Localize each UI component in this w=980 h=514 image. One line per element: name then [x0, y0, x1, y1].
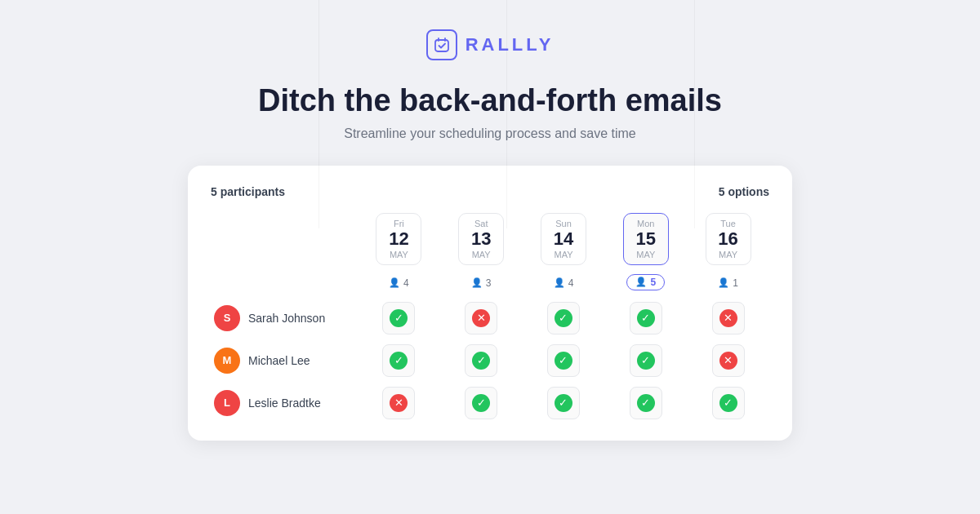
x-icon: ✕: [472, 309, 490, 327]
count-badge-mon: 👤 5: [626, 274, 665, 290]
num-mon: 15: [636, 230, 656, 248]
hero-subtitle: Streamline your scheduling process and s…: [344, 126, 636, 141]
month-tue: MAY: [719, 250, 737, 259]
check-icon: ✓: [390, 309, 408, 327]
count-sun: 👤 4: [523, 265, 605, 297]
x-icon: ✕: [719, 309, 737, 327]
vote-michael-sun: ✓: [523, 339, 605, 382]
num-tue: 16: [718, 230, 737, 248]
vote-box: ✓: [630, 302, 662, 335]
avatar-leslie: L: [214, 390, 240, 416]
check-icon: ✓: [555, 309, 572, 327]
vote-box: ✓: [465, 387, 497, 419]
table-row: L Leslie Bradtke ✕ ✓: [211, 382, 769, 424]
schedule-table: Fri 12 MAY Sat 13 MAY: [211, 213, 769, 424]
date-header-row: Fri 12 MAY Sat 13 MAY: [211, 213, 769, 265]
participants-label: 5 participants: [211, 185, 285, 198]
vote-box: ✓: [630, 344, 662, 377]
avatar-michael: M: [214, 348, 240, 374]
check-icon: ✓: [472, 352, 490, 370]
vote-sarah-fri: ✓: [358, 297, 440, 339]
vote-sarah-sun: ✓: [523, 297, 605, 339]
person-info-sarah: S Sarah Johnson: [214, 305, 354, 331]
name-sarah: Sarah Johnson: [248, 312, 325, 325]
check-icon: ✓: [637, 309, 655, 327]
logo-area: RALLLY: [426, 29, 555, 60]
count-fri: 👤 4: [358, 265, 440, 297]
scheduling-card: 5 participants 5 options Fri 12 MAY: [188, 166, 792, 441]
person-info-leslie: L Leslie Bradtke: [214, 390, 354, 416]
x-icon: ✕: [390, 394, 408, 412]
person-icon-fri: 👤: [389, 277, 400, 288]
vote-michael-fri: ✓: [358, 339, 440, 382]
vote-box: ✕: [712, 302, 745, 335]
vote-michael-mon: ✓: [604, 339, 687, 382]
check-icon: ✓: [555, 352, 572, 370]
date-box-mon: Mon 15 MAY: [623, 213, 669, 265]
name-michael: Michael Lee: [248, 354, 310, 367]
check-icon: ✓: [637, 394, 655, 412]
date-box-sat: Sat 13 MAY: [458, 213, 504, 265]
vote-michael-sat: ✓: [440, 339, 523, 382]
count-row: 👤 4 👤 3 👤 4: [211, 265, 769, 297]
person-cell-sarah: S Sarah Johnson: [211, 297, 358, 339]
count-tue: 👤 1: [687, 265, 769, 297]
check-icon: ✓: [719, 394, 737, 412]
logo-text: RALLLY: [466, 34, 555, 55]
count-badge-tue: 👤 1: [718, 277, 738, 289]
day-mon: Mon: [637, 219, 654, 228]
vote-box: ✓: [630, 387, 662, 419]
day-fri: Fri: [394, 219, 404, 228]
vote-box: ✓: [547, 387, 580, 419]
vote-leslie-tue: ✓: [687, 382, 769, 424]
num-sun: 14: [554, 230, 573, 248]
vote-box: ✓: [382, 302, 415, 335]
person-icon-sun: 👤: [554, 277, 565, 288]
num-fri: 12: [389, 230, 408, 248]
count-badge-sun: 👤 4: [554, 277, 574, 289]
person-info-michael: M Michael Lee: [214, 348, 354, 374]
check-icon: ✓: [637, 352, 655, 370]
table-row: S Sarah Johnson ✓ ✕: [211, 297, 769, 339]
svg-rect-0: [435, 40, 448, 51]
date-box-sun: Sun 14 MAY: [541, 213, 586, 265]
date-col-sat: Sat 13 MAY: [440, 213, 523, 265]
date-col-sun: Sun 14 MAY: [523, 213, 605, 265]
check-icon: ✓: [472, 394, 490, 412]
vote-box: ✓: [382, 344, 415, 377]
person-icon-sat: 👤: [471, 277, 483, 288]
day-sat: Sat: [474, 219, 488, 228]
person-cell-michael: M Michael Lee: [211, 339, 358, 382]
date-box-fri: Fri 12 MAY: [376, 213, 421, 265]
options-label: 5 options: [719, 185, 769, 198]
vote-leslie-sat: ✓: [440, 382, 523, 424]
count-sat: 👤 3: [440, 265, 523, 297]
vote-leslie-sun: ✓: [523, 382, 605, 424]
logo-icon: [426, 29, 457, 60]
name-leslie: Leslie Bradtke: [248, 397, 321, 410]
person-cell-leslie: L Leslie Bradtke: [211, 382, 358, 424]
month-mon: MAY: [636, 250, 655, 259]
day-sun: Sun: [555, 219, 572, 228]
date-box-tue: Tue 16 MAY: [706, 213, 751, 265]
month-sat: MAY: [472, 250, 491, 259]
vote-box: ✕: [382, 387, 415, 419]
vote-sarah-tue: ✕: [687, 297, 769, 339]
date-col-mon: Mon 15 MAY: [604, 213, 687, 265]
person-icon-tue: 👤: [718, 277, 729, 288]
vote-box: ✓: [547, 302, 580, 335]
date-col-fri: Fri 12 MAY: [358, 213, 440, 265]
vote-leslie-fri: ✕: [358, 382, 440, 424]
count-badge-fri: 👤 4: [389, 277, 409, 289]
num-sat: 13: [471, 230, 491, 248]
vote-leslie-mon: ✓: [604, 382, 687, 424]
check-icon: ✓: [555, 394, 572, 412]
table-row: M Michael Lee ✓ ✓: [211, 339, 769, 382]
count-mon[interactable]: 👤 5: [604, 265, 687, 297]
vote-box: ✓: [712, 387, 745, 419]
hero-title: Ditch the back-and-forth emails: [258, 83, 722, 118]
check-icon: ✓: [390, 352, 408, 370]
vote-box: ✓: [465, 344, 497, 377]
vote-sarah-mon: ✓: [604, 297, 687, 339]
month-fri: MAY: [390, 250, 408, 259]
